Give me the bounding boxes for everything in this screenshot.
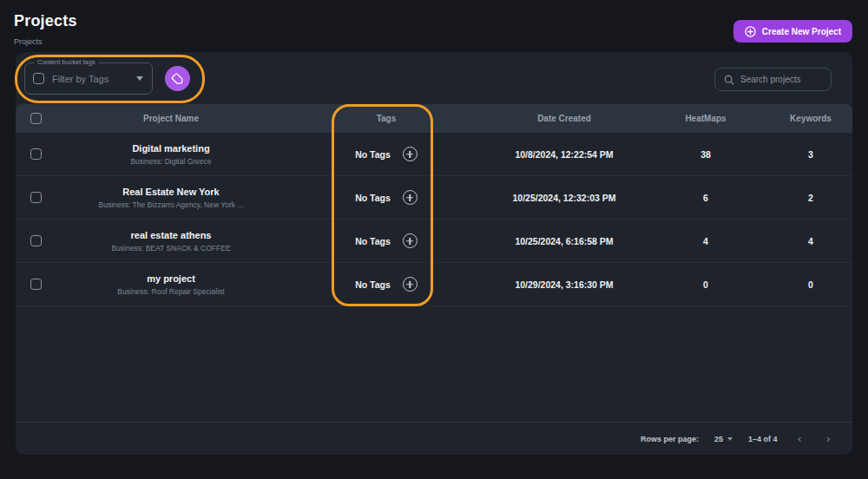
column-header-keywords[interactable]: Keywords bbox=[769, 114, 852, 123]
create-new-project-button[interactable]: Create New Project bbox=[733, 20, 852, 43]
rows-per-page-label: Rows per page: bbox=[641, 435, 699, 443]
column-header-heatmaps[interactable]: HeatMaps bbox=[642, 114, 769, 123]
search-input[interactable] bbox=[740, 75, 822, 84]
table-row[interactable]: real estate athens Business: BEAT SNACK … bbox=[16, 220, 852, 263]
projects-card: Content bucket tags Filter by Tags Proje… bbox=[16, 52, 852, 455]
search-box[interactable] bbox=[714, 68, 832, 91]
project-business: Business: BEAT SNACK & COFFEE bbox=[56, 244, 286, 253]
breadcrumb: Projects bbox=[14, 37, 43, 46]
heatmaps-count: 6 bbox=[642, 193, 769, 203]
tags-filter-dropdown[interactable]: Content bucket tags Filter by Tags bbox=[24, 62, 153, 95]
table-header-row: Project Name Tags Date Created HeatMaps … bbox=[16, 104, 852, 133]
tags-value: No Tags bbox=[355, 149, 391, 160]
project-name: Real Estate New York bbox=[56, 187, 286, 197]
column-header-tags[interactable]: Tags bbox=[286, 114, 486, 123]
row-checkbox[interactable] bbox=[30, 148, 42, 160]
keywords-count: 2 bbox=[769, 193, 852, 203]
create-new-project-label: Create New Project bbox=[762, 27, 841, 36]
heatmaps-count: 0 bbox=[642, 279, 769, 290]
select-all-checkbox[interactable] bbox=[30, 113, 42, 124]
project-name: Digital marketing bbox=[56, 143, 286, 154]
table-row[interactable]: my project Business: Roof Repair Special… bbox=[16, 263, 852, 306]
pagination-range: 1–4 of 4 bbox=[748, 435, 778, 443]
table-row[interactable]: Digital marketing Business: Digital Gree… bbox=[16, 133, 852, 176]
chevron-down-icon bbox=[136, 76, 143, 81]
tags-filter-checkbox[interactable] bbox=[33, 73, 44, 84]
apply-tags-button[interactable] bbox=[165, 66, 190, 91]
tags-value: No Tags bbox=[355, 279, 391, 290]
page-title: Projects bbox=[14, 12, 77, 30]
keywords-count: 0 bbox=[769, 279, 852, 290]
next-page-button[interactable]: › bbox=[822, 431, 835, 446]
keywords-count: 4 bbox=[769, 236, 852, 246]
project-business: Business: The Bizzarro Agency, New York … bbox=[56, 200, 286, 209]
row-checkbox[interactable] bbox=[30, 192, 42, 203]
project-business: Business: Digital Greece bbox=[56, 157, 286, 166]
project-name: my project bbox=[56, 273, 286, 284]
table-footer: Rows per page: 25 1–4 of 4 ‹ › bbox=[16, 422, 852, 455]
tags-value: No Tags bbox=[355, 236, 391, 246]
tag-icon bbox=[171, 72, 184, 85]
add-tag-icon[interactable] bbox=[403, 277, 418, 292]
date-created: 10/25/2024, 12:32:03 PM bbox=[486, 193, 642, 203]
keywords-count: 3 bbox=[769, 149, 852, 160]
filter-bar: Content bucket tags Filter by Tags bbox=[16, 52, 852, 104]
date-created: 10/29/2024, 3:16:30 PM bbox=[486, 279, 642, 290]
rows-per-page-value: 25 bbox=[714, 435, 723, 443]
tags-value: No Tags bbox=[355, 193, 391, 203]
tags-filter-placeholder: Filter by Tags bbox=[52, 74, 136, 84]
plus-circle-icon bbox=[745, 26, 756, 37]
column-header-project-name[interactable]: Project Name bbox=[56, 114, 286, 123]
row-checkbox[interactable] bbox=[30, 235, 42, 246]
date-created: 10/8/2024, 12:22:54 PM bbox=[486, 149, 642, 160]
column-header-date-created[interactable]: Date Created bbox=[486, 114, 642, 123]
heatmaps-count: 4 bbox=[642, 236, 769, 246]
table-row[interactable]: Real Estate New York Business: The Bizza… bbox=[16, 176, 852, 220]
rows-per-page-select[interactable]: 25 bbox=[714, 435, 733, 443]
add-tag-icon[interactable] bbox=[403, 190, 418, 205]
date-created: 10/25/2024, 6:16:58 PM bbox=[486, 236, 642, 246]
chevron-down-icon bbox=[727, 437, 733, 441]
search-icon bbox=[724, 75, 734, 85]
project-name: real estate athens bbox=[56, 230, 286, 240]
previous-page-button[interactable]: ‹ bbox=[793, 431, 806, 446]
project-business: Business: Roof Repair Specialist bbox=[56, 287, 286, 296]
row-checkbox[interactable] bbox=[30, 279, 42, 290]
add-tag-icon[interactable] bbox=[403, 233, 418, 248]
tags-filter-legend: Content bucket tags bbox=[34, 58, 99, 66]
add-tag-icon[interactable] bbox=[403, 147, 418, 161]
heatmaps-count: 38 bbox=[642, 149, 769, 160]
